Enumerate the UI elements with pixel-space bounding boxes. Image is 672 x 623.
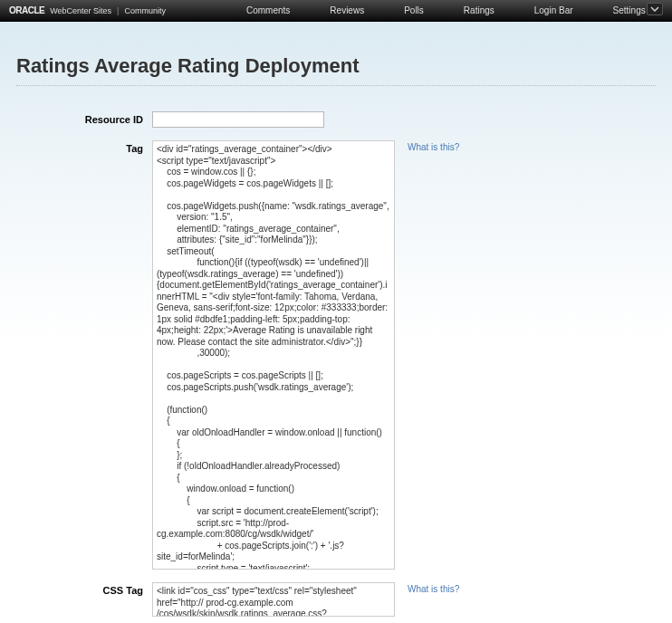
resource-id-label: Resource ID	[16, 111, 152, 125]
css-tag-textarea[interactable]	[152, 582, 395, 617]
page-title: Ratings Average Rating Deployment	[16, 54, 656, 78]
css-tag-row: CSS Tag What is this?	[16, 582, 656, 617]
css-tag-what-is-this-link[interactable]: What is this?	[408, 584, 459, 594]
tag-what-is-this-link[interactable]: What is this?	[408, 142, 459, 152]
brand-product: WebCenter Sites	[50, 6, 111, 15]
main-nav: Comments Reviews Polls Ratings Login Bar…	[226, 5, 666, 15]
tag-textarea[interactable]	[152, 140, 395, 570]
resource-id-input[interactable]	[152, 111, 324, 128]
brand-area: ORACLE WebCenter Sites | Community	[0, 5, 166, 15]
title-divider	[16, 85, 656, 86]
top-navigation-bar: ORACLE WebCenter Sites | Community Comme…	[0, 0, 672, 22]
nav-polls[interactable]: Polls	[384, 5, 444, 15]
nav-comments[interactable]: Comments	[226, 5, 310, 15]
nav-reviews[interactable]: Reviews	[310, 5, 384, 15]
page-content: Ratings Average Rating Deployment Resour…	[0, 22, 672, 617]
css-tag-label: CSS Tag	[16, 582, 152, 596]
brand-community: Community	[124, 6, 166, 15]
tag-row: Tag What is this?	[16, 140, 656, 570]
chevron-down-icon	[650, 6, 659, 12]
nav-login-bar[interactable]: Login Bar	[514, 5, 593, 15]
resource-id-row: Resource ID	[16, 111, 656, 128]
nav-ratings[interactable]: Ratings	[444, 5, 514, 15]
brand-logo: ORACLE	[9, 5, 44, 15]
tag-label: Tag	[16, 140, 152, 154]
brand-separator: |	[117, 6, 119, 15]
collapse-toggle-button[interactable]	[647, 3, 663, 15]
